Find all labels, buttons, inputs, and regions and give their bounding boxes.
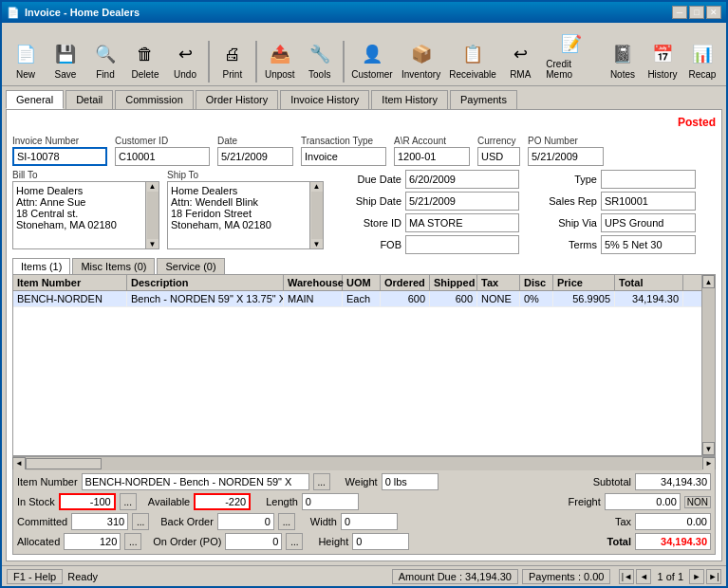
length-input[interactable] — [302, 493, 359, 510]
committed-row: Committed ... Back Order ... Width Tax — [17, 513, 711, 530]
help-text[interactable]: F1 - Help — [7, 569, 63, 584]
tab-payments[interactable]: Payments — [450, 90, 517, 109]
save-icon: 💾 — [50, 39, 81, 69]
item-number-ellipsis[interactable]: ... — [313, 473, 330, 490]
history-icon: 📅 — [647, 39, 678, 69]
history-button[interactable]: 📅 History — [644, 36, 681, 83]
ship-via-input[interactable] — [601, 213, 696, 232]
customer-id-group: Customer ID — [115, 136, 210, 166]
sales-rep-input[interactable] — [601, 192, 696, 211]
back-order-input[interactable] — [217, 513, 274, 530]
scroll-up-btn[interactable]: ▲ — [702, 275, 715, 288]
invoice-number-input[interactable] — [12, 147, 107, 166]
items-tab-items[interactable]: Items (1) — [12, 258, 70, 274]
available-input[interactable] — [194, 493, 251, 510]
allocated-ellipsis[interactable]: ... — [124, 533, 141, 550]
freight-input — [605, 493, 681, 510]
scroll-htrack — [26, 457, 702, 470]
currency-input[interactable] — [477, 147, 520, 166]
customer-button[interactable]: 👤 Customer — [348, 36, 397, 83]
customer-id-input[interactable] — [115, 147, 210, 166]
fob-row: FOB — [335, 235, 519, 254]
type-row: Type — [531, 170, 696, 189]
item-number-bottom-input[interactable] — [82, 473, 309, 490]
bill-to-scroll-up[interactable]: ▲ — [149, 182, 157, 191]
tab-invoice-history[interactable]: Invoice History — [280, 90, 369, 109]
new-button[interactable]: 📄 New — [7, 36, 45, 83]
tab-order-history[interactable]: Order History — [196, 90, 278, 109]
scroll-down-btn[interactable]: ▼ — [702, 442, 715, 455]
weight-label: Weight — [345, 476, 378, 487]
far-right-fields: Type Sales Rep Ship Via Terms — [531, 170, 696, 254]
tab-commission[interactable]: Commission — [115, 90, 194, 109]
transaction-type-input[interactable] — [301, 147, 386, 166]
ar-account-label: A\R Account — [394, 136, 470, 146]
ship-date-input[interactable] — [405, 192, 519, 211]
save-button[interactable]: 💾 Save — [47, 36, 84, 83]
due-date-input[interactable] — [405, 170, 519, 189]
type-input[interactable] — [601, 170, 696, 189]
table-row[interactable]: BENCH-NORDEN Bench - NORDEN 59" X 13.75"… — [13, 291, 701, 307]
fob-input[interactable] — [405, 235, 519, 254]
print-label: Print — [223, 69, 243, 80]
undo-button[interactable]: ↩ Undo — [166, 36, 204, 83]
find-button[interactable]: 🔍 Find — [86, 36, 124, 83]
maximize-button[interactable]: □ — [689, 6, 704, 19]
items-tab-service[interactable]: Service (0) — [157, 258, 224, 274]
ship-to-scroll-track — [311, 192, 323, 239]
bill-to-scroll-down[interactable]: ▼ — [149, 240, 157, 248]
nav-next-btn[interactable]: ► — [689, 569, 704, 584]
height-input[interactable] — [352, 533, 409, 550]
nav-prev-btn[interactable]: ◄ — [636, 569, 651, 584]
items-tab-misc[interactable]: Misc Items (0) — [72, 258, 155, 274]
in-stock-ellipsis[interactable]: ... — [120, 493, 137, 510]
receivable-button[interactable]: 📋 Receivable — [446, 36, 499, 83]
recap-button[interactable]: 📊 Recap — [683, 36, 721, 83]
committed-input[interactable] — [71, 513, 128, 530]
title-bar-controls: ─ □ ✕ — [672, 6, 721, 19]
po-number-input[interactable] — [528, 147, 604, 166]
tools-button[interactable]: 🔧 Tools — [301, 36, 339, 83]
col-tax: Tax — [477, 275, 520, 290]
unpost-label: Unpost — [265, 69, 295, 80]
allocated-label: Allocated — [17, 536, 60, 547]
on-order-ellipsis[interactable]: ... — [286, 533, 303, 550]
back-order-ellipsis[interactable]: ... — [278, 513, 295, 530]
ar-account-input[interactable] — [394, 147, 470, 166]
committed-ellipsis[interactable]: ... — [132, 513, 149, 530]
committed-label: Committed — [17, 516, 67, 527]
credit-memo-button[interactable]: 📝 Credit Memo — [541, 26, 602, 83]
scroll-left-btn[interactable]: ◄ — [12, 457, 26, 470]
notes-button[interactable]: 📓 Notes — [604, 36, 642, 83]
main-window: 📄 Invoice - Home Dealers ─ □ ✕ 📄 New 💾 S… — [0, 0, 728, 588]
tab-detail[interactable]: Detail — [65, 90, 113, 109]
print-button[interactable]: 🖨 Print — [214, 36, 252, 83]
bill-to-line-3: 18 Central st. — [16, 208, 156, 219]
tab-general[interactable]: General — [6, 90, 64, 109]
store-id-input[interactable] — [405, 213, 519, 232]
allocated-input[interactable] — [64, 533, 121, 550]
ship-to-scroll-down[interactable]: ▼ — [313, 240, 321, 248]
on-order-input[interactable] — [225, 533, 282, 550]
rma-button[interactable]: ↩ RMA — [501, 36, 539, 83]
weight-input[interactable] — [382, 473, 439, 490]
minimize-button[interactable]: ─ — [672, 6, 687, 19]
date-input[interactable] — [217, 147, 293, 166]
ship-to-scroll-up[interactable]: ▲ — [313, 182, 321, 191]
scroll-hthumb[interactable] — [26, 458, 102, 469]
grid-hscrollbar: ◄ ► — [12, 456, 716, 469]
terms-input[interactable] — [601, 235, 696, 254]
nav-first-btn[interactable]: |◄ — [619, 569, 634, 584]
bill-to-label: Bill To — [12, 170, 159, 180]
inventory-button[interactable]: 📦 Inventory — [398, 36, 444, 83]
delete-button[interactable]: 🗑 Delete — [126, 36, 164, 83]
type-label: Type — [531, 174, 597, 185]
scroll-right-btn[interactable]: ► — [702, 457, 716, 470]
width-input[interactable] — [341, 513, 398, 530]
nav-last-btn[interactable]: ►| — [706, 569, 721, 584]
cell-shipped: 600 — [430, 291, 477, 306]
in-stock-input[interactable] — [59, 493, 116, 510]
close-button[interactable]: ✕ — [706, 6, 721, 19]
unpost-button[interactable]: 📤 Unpost — [261, 36, 299, 83]
tab-item-history[interactable]: Item History — [371, 90, 448, 109]
